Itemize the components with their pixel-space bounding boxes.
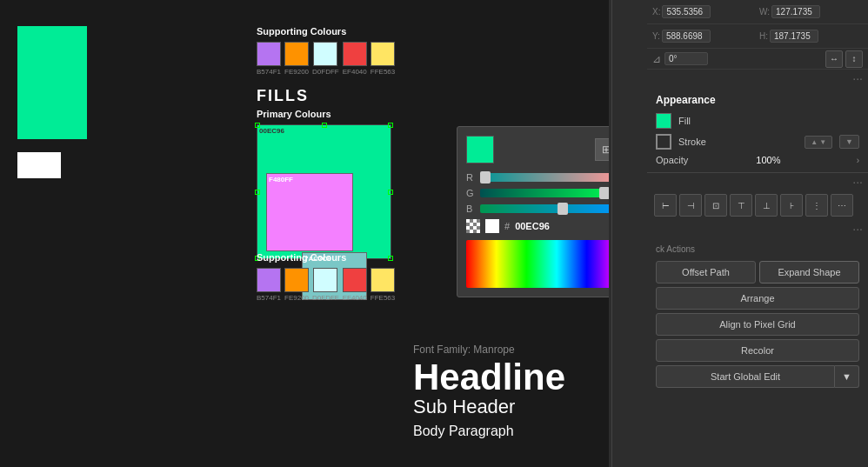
stroke-label: Stroke: [678, 137, 798, 147]
more-options-2[interactable]: ···: [647, 173, 868, 190]
distribute-h-icon[interactable]: ⋮: [805, 194, 828, 217]
coords-row-xw: X: W:: [647, 0, 868, 24]
blue-slider-thumb[interactable]: [558, 203, 568, 215]
handle-ml[interactable]: [255, 190, 260, 195]
appearance-title: Appearance: [656, 94, 859, 106]
swatch-group-5: FFE563: [371, 42, 395, 76]
handle-mt[interactable]: [322, 123, 327, 128]
arrange-button[interactable]: Arrange: [656, 287, 859, 310]
red-slider-thumb[interactable]: [480, 171, 491, 183]
swatch-b-orange[interactable]: [284, 268, 309, 292]
align-left-icon[interactable]: ⊢: [654, 194, 677, 217]
global-edit-dropdown-arrow[interactable]: ▼: [835, 365, 859, 388]
fills-title: FILLS: [257, 87, 309, 105]
picker-grid-icon[interactable]: ⊞: [595, 138, 609, 161]
align-bottom-icon[interactable]: ⊦: [780, 194, 803, 217]
swatch-b-label-2: FE9200: [284, 294, 309, 302]
canvas-area: Supporting Colours B574F1 FE9200 D0FDFF …: [0, 0, 609, 467]
coords-row-yh: Y: H:: [647, 24, 868, 49]
hex-value[interactable]: 00EC96: [515, 221, 550, 231]
x-input[interactable]: [662, 5, 711, 18]
b-label: B: [466, 203, 475, 214]
stroke-down-arrow: ▼: [819, 138, 826, 146]
swatch-lightblue[interactable]: [313, 42, 337, 66]
picker-color-preview[interactable]: [466, 136, 494, 163]
opacity-expand-icon[interactable]: ›: [857, 156, 859, 165]
start-global-edit-button[interactable]: Start Global Edit: [656, 365, 835, 388]
h-field-group: H:: [759, 30, 863, 43]
handle-tr[interactable]: [388, 123, 393, 128]
swatch-b-label-4: EF4040: [343, 294, 367, 302]
opacity-label: Opacity: [656, 155, 749, 165]
swatch-label-3: D0FDFF: [312, 68, 339, 76]
global-edit-row: Start Global Edit ▼: [656, 365, 859, 388]
swatch-orange[interactable]: [284, 42, 309, 66]
red-slider-track[interactable]: [480, 173, 609, 182]
offset-path-button[interactable]: Offset Path: [656, 261, 756, 284]
recolor-button[interactable]: Recolor: [656, 339, 859, 362]
green-slider-track[interactable]: [480, 189, 609, 197]
h-input[interactable]: [770, 30, 818, 43]
right-panel: X: W: Y: H: ⊿ ↔ ↕: [611, 0, 868, 467]
swatch-b-red[interactable]: [343, 268, 367, 292]
swatch-purple[interactable]: [257, 42, 281, 66]
angle-input[interactable]: [664, 52, 708, 65]
swatch-yellow[interactable]: [371, 42, 395, 66]
supporting-top-section: Supporting Colours B574F1 FE9200 D0FDFF …: [257, 26, 395, 76]
swatch-label-1: B574F1: [257, 68, 281, 76]
fill-color-preview[interactable]: [656, 113, 671, 129]
swatch-b-lightblue[interactable]: [313, 268, 337, 292]
flip-h-icon[interactable]: ↔: [825, 50, 843, 68]
subheader-text: Sub Header: [413, 396, 565, 418]
more-options-1[interactable]: ···: [647, 70, 868, 87]
body-text: Body Paragraph: [413, 424, 565, 439]
stroke-type-dropdown[interactable]: ▼: [839, 135, 859, 149]
headline-text: Headline: [413, 359, 565, 396]
typography-section: Font Family: Manrope Headline Sub Header…: [413, 344, 565, 439]
swatch-b-purple[interactable]: [257, 268, 281, 292]
y-input[interactable]: [662, 30, 711, 43]
supporting-top-label: Supporting Colours: [257, 26, 395, 37]
green-slider-thumb[interactable]: [599, 187, 609, 199]
flip-v-icon[interactable]: ↕: [845, 50, 863, 68]
distribute-v-icon[interactable]: ⋯: [831, 194, 853, 217]
w-input[interactable]: [771, 5, 820, 18]
swatch-group-4: EF4040: [343, 42, 367, 76]
hex-hash: #: [504, 221, 510, 231]
w-label: W:: [759, 7, 770, 17]
stroke-preview[interactable]: [656, 134, 671, 150]
g-label: G: [466, 188, 475, 198]
handle-tl[interactable]: [255, 123, 260, 128]
align-center-h-icon[interactable]: ⊣: [679, 194, 702, 217]
align-right-icon[interactable]: ⊡: [704, 194, 727, 217]
supporting-bottom-swatches: B574F1 FE9200 D0FDFF EF4040 FFE563: [257, 268, 395, 302]
swatch-red[interactable]: [343, 42, 367, 66]
quick-actions-section: ck Actions Offset Path Expand Shape Arra…: [647, 237, 868, 395]
stroke-dropdown[interactable]: ▲ ▼: [805, 136, 832, 149]
primary-section: Primary Colours 00EC96 F480FF 7AC7C6: [257, 109, 391, 259]
color-spectrum[interactable]: [466, 240, 609, 288]
swatch-b-yellow[interactable]: [371, 268, 395, 292]
more-options-3[interactable]: ···: [647, 220, 868, 237]
handle-mr[interactable]: [388, 190, 393, 195]
primary-box[interactable]: 00EC96 F480FF 7AC7C6: [257, 124, 391, 259]
alignment-icons-row: ⊢ ⊣ ⊡ ⊤ ⊥ ⊦ ⋮ ⋯: [647, 190, 868, 220]
x-label: X:: [652, 7, 660, 17]
fill-label: Fill: [678, 116, 859, 126]
quick-actions-title: ck Actions: [656, 244, 859, 254]
x-field-group: X:: [652, 5, 756, 18]
fill-row: Fill: [656, 113, 859, 129]
h-label: H:: [759, 31, 768, 41]
align-top-icon[interactable]: ⊤: [730, 194, 752, 217]
color-picker-popup: ⊞ 🎨 R 0 G 236 B 150: [457, 126, 609, 297]
blue-slider-track[interactable]: [480, 204, 609, 213]
align-pixel-button[interactable]: Align to Pixel Grid: [656, 313, 859, 336]
swatch-b-label-3: D0FDFF: [312, 294, 339, 302]
primary-box-inner[interactable]: F480FF 7AC7C6: [266, 173, 353, 251]
align-center-v-icon[interactable]: ⊥: [755, 194, 778, 217]
swatch-b-label-1: B574F1: [257, 294, 281, 302]
transform-icons: ↔ ↕: [825, 50, 863, 68]
primary-label: Primary Colours: [257, 109, 391, 119]
expand-shape-button[interactable]: Expand Shape: [759, 261, 859, 284]
picker-top-row: ⊞ 🎨: [466, 136, 609, 163]
